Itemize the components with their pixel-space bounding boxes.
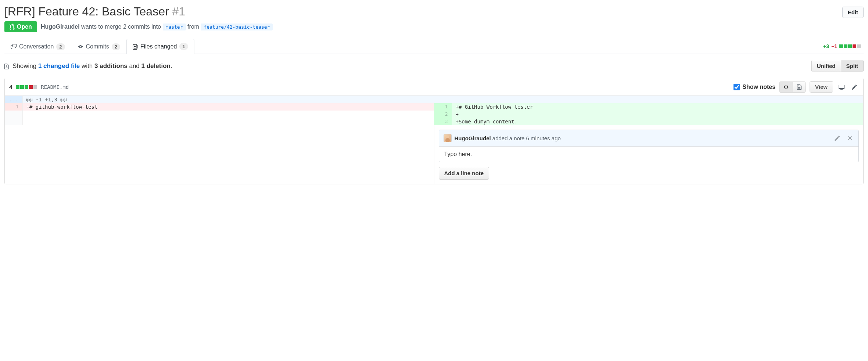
diffstat-blocks bbox=[839, 44, 861, 48]
comment-meta: added a note 6 minutes ago bbox=[491, 135, 561, 141]
line-num-left[interactable]: 1 bbox=[5, 103, 22, 111]
device-desktop-icon bbox=[838, 84, 845, 90]
comment-discussion-icon bbox=[11, 44, 17, 50]
pencil-icon bbox=[835, 135, 840, 141]
file-change-count: 4 bbox=[9, 84, 12, 90]
pr-meta: Open HugoGiraudel wants to merge 2 commi… bbox=[4, 21, 864, 32]
additions-count: 3 additions bbox=[94, 62, 128, 69]
diff-line: 3 +Some dumym content. bbox=[5, 118, 863, 125]
rendered-view-button[interactable] bbox=[793, 82, 806, 92]
git-pull-request-icon bbox=[10, 24, 15, 30]
line-num-right[interactable]: 1 bbox=[434, 103, 452, 111]
diffstat-summary: +3 −1 bbox=[823, 43, 864, 49]
branch-description: HugoGiraudel wants to merge 2 commits in… bbox=[41, 24, 273, 30]
line-code-right: + bbox=[452, 111, 863, 118]
edit-comment-button[interactable] bbox=[833, 134, 842, 142]
line-num-right[interactable]: 3 bbox=[434, 118, 452, 125]
file-header: 4 README.md Show notes bbox=[5, 78, 863, 96]
hunk-header-row: ... @@ -1 +1,3 @@ bbox=[5, 96, 863, 103]
source-view-button[interactable] bbox=[779, 82, 793, 92]
code-icon bbox=[783, 84, 789, 90]
git-commit-icon bbox=[78, 44, 83, 50]
pr-title-text: [RFR] Feature 42: Basic Teaser bbox=[4, 5, 169, 18]
tab-commits-label: Commits bbox=[86, 43, 109, 50]
tab-conversation-count: 2 bbox=[56, 43, 65, 50]
base-branch[interactable]: master bbox=[163, 24, 186, 30]
diff-view-toggle: Unified Split bbox=[811, 60, 864, 72]
diff-line: 1 -# github-workflow-test 1 +# GitHub Wo… bbox=[5, 103, 863, 111]
tab-files-label: Files changed bbox=[140, 43, 177, 50]
tab-commits[interactable]: Commits 2 bbox=[71, 39, 126, 54]
file-diff-icon bbox=[4, 63, 10, 69]
additions-summary: +3 bbox=[823, 43, 829, 49]
tab-nav: Conversation 2 Commits 2 Files changed 1… bbox=[4, 39, 864, 54]
pr-author-link[interactable]: HugoGiraudel bbox=[41, 24, 80, 30]
line-num-right[interactable]: 2 bbox=[434, 111, 452, 118]
hunk-header: @@ -1 +1,3 @@ bbox=[22, 96, 863, 103]
head-branch[interactable]: feature/42-basic-teaser bbox=[201, 24, 273, 30]
file-diff: 4 README.md Show notes bbox=[4, 78, 864, 184]
tab-files-count: 1 bbox=[179, 43, 188, 50]
pr-title: [RFR] Feature 42: Basic Teaser #1 bbox=[4, 4, 185, 18]
state-badge: Open bbox=[4, 21, 37, 32]
line-code-right: +# GitHub Workflow tester bbox=[452, 103, 863, 111]
deletions-count: 1 deletion bbox=[141, 62, 171, 69]
edit-file-button[interactable] bbox=[850, 83, 859, 91]
show-notes-label[interactable]: Show notes bbox=[734, 84, 775, 90]
inline-comment: HugoGiraudel added a note 6 minutes ago bbox=[439, 130, 859, 162]
tab-conversation[interactable]: Conversation 2 bbox=[4, 39, 71, 54]
comment-author-link[interactable]: HugoGiraudel bbox=[455, 135, 491, 141]
close-icon bbox=[847, 135, 853, 141]
line-code-left: -# github-workflow-test bbox=[22, 103, 434, 111]
add-line-note-button[interactable]: Add a line note bbox=[439, 167, 489, 180]
changed-file-link[interactable]: 1 changed file bbox=[38, 62, 80, 69]
state-label: Open bbox=[17, 24, 32, 30]
file-diffstat-blocks bbox=[16, 85, 37, 89]
showing-summary: Showing 1 changed file with 3 additions … bbox=[4, 62, 172, 70]
show-notes-checkbox[interactable] bbox=[734, 84, 740, 90]
file-icon bbox=[797, 84, 802, 90]
diff-icon bbox=[133, 44, 138, 50]
split-view-button[interactable]: Split bbox=[841, 60, 864, 72]
edit-button[interactable]: Edit bbox=[842, 7, 864, 18]
diff-line: 2 + bbox=[5, 111, 863, 118]
delete-comment-button[interactable] bbox=[846, 134, 854, 142]
desktop-button[interactable] bbox=[837, 83, 846, 91]
deletions-summary: −1 bbox=[831, 43, 837, 49]
hunk-ellipsis[interactable]: ... bbox=[5, 96, 22, 103]
tab-files-changed[interactable]: Files changed 1 bbox=[126, 39, 194, 54]
comment-body: Typo here. bbox=[439, 147, 859, 162]
file-name[interactable]: README.md bbox=[41, 84, 69, 90]
unified-view-button[interactable]: Unified bbox=[812, 60, 841, 72]
tab-conversation-label: Conversation bbox=[19, 43, 54, 50]
pencil-icon bbox=[851, 84, 857, 90]
line-code-right: +Some dumym content. bbox=[452, 118, 863, 125]
tab-commits-count: 2 bbox=[112, 43, 120, 50]
view-file-button[interactable]: View bbox=[810, 82, 833, 92]
inline-comment-row: HugoGiraudel added a note 6 minutes ago bbox=[5, 125, 863, 184]
pr-number: #1 bbox=[172, 5, 185, 18]
avatar[interactable] bbox=[444, 134, 452, 142]
diff-table: ... @@ -1 +1,3 @@ 1 -# github-workflow-t… bbox=[5, 96, 863, 184]
